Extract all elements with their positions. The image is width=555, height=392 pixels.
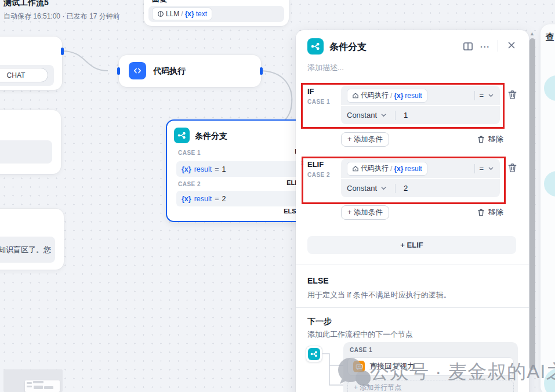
elif-var-prefix: {x} xyxy=(394,165,403,173)
if-condition-row[interactable]: 代码执行 / {x} result = xyxy=(341,86,500,105)
more-options-icon[interactable]: ··· xyxy=(480,42,490,52)
if-condition-group: 代码执行 / {x} result = Constant 1 xyxy=(341,86,500,124)
drag-handle-icon[interactable]: ⠿ xyxy=(300,162,304,165)
llm-var-pill[interactable]: LLM / {x} text xyxy=(152,8,212,20)
snippet-card-body: 知识盲区了。您 xyxy=(0,237,55,263)
reply-node[interactable]: 回复 LLM / {x} text xyxy=(144,0,289,26)
branch-config-panel: 条件分支 ··· 添加描述... IF CASE 1 代码执行 / {x} re… xyxy=(296,30,529,392)
section-divider-2 xyxy=(296,307,529,308)
cond1-name: result xyxy=(194,165,212,173)
if-sep: / xyxy=(390,92,392,100)
branch-icon xyxy=(174,128,190,143)
reply-node-title: 回复 xyxy=(152,0,167,5)
add-condition-button-2[interactable]: + 添加条件 xyxy=(341,205,389,220)
llm-pill-sep: / xyxy=(181,10,183,18)
elif-operator: = xyxy=(479,164,484,173)
side-peek-avatar-3 xyxy=(544,368,555,392)
if-value-input[interactable]: 1 xyxy=(404,111,408,119)
minimap-preview xyxy=(25,380,60,392)
elif-value-type-select[interactable]: Constant xyxy=(347,184,387,193)
llm-pill-field: text xyxy=(196,10,207,18)
description-input[interactable]: 添加描述... xyxy=(307,63,344,73)
left-card-2[interactable] xyxy=(0,110,61,174)
elif-variable-pill[interactable]: 代码执行 / {x} result xyxy=(347,162,427,176)
elif-operator-select[interactable]: = xyxy=(474,164,494,173)
answer-icon xyxy=(353,361,365,372)
chat-node-body: CHAT xyxy=(0,65,54,86)
code-node-output-handle[interactable] xyxy=(260,67,263,75)
add-elif-button[interactable]: + ELIF xyxy=(307,236,516,254)
remove-label-1: 移除 xyxy=(488,134,503,144)
if-value-row[interactable]: Constant 1 xyxy=(341,105,500,124)
left-card-2-body xyxy=(0,140,52,164)
elif-source-node: 代码执行 xyxy=(361,164,389,173)
chevron-down-icon xyxy=(488,165,494,172)
model-icon xyxy=(157,10,164,17)
elif-value-type: Constant xyxy=(347,184,377,193)
scrollbar-up-arrow[interactable]: ▲ xyxy=(529,31,535,37)
else-title: ELSE xyxy=(307,276,329,285)
if-operator-select[interactable]: = xyxy=(474,91,494,100)
branch-cond2[interactable]: {x} result = 2 xyxy=(176,191,304,206)
if-case-label: CASE 1 xyxy=(307,99,330,105)
branch-cond1[interactable]: {x} result = 1 xyxy=(176,161,304,177)
cond1-var: {x} xyxy=(182,165,191,173)
elif-value-row[interactable]: Constant 2 xyxy=(341,178,500,197)
next-step-answer-label: 直接回复视力 xyxy=(369,361,415,372)
autosave-status: 自动保存 16:51:00 · 已发布 17 分钟前 xyxy=(3,12,120,21)
chat-tag-pill[interactable]: CHAT xyxy=(0,68,48,82)
cond2-name: result xyxy=(194,195,212,203)
branch-case1-label: CASE 1 xyxy=(178,150,201,156)
chevron-down-icon xyxy=(380,185,387,191)
panel-title[interactable]: 条件分支 xyxy=(329,41,367,53)
chat-node-output-handle[interactable] xyxy=(61,48,64,55)
next-step-case-group: CASE 1 直接回复视力 + 添加并行节点 xyxy=(343,342,518,392)
elif-case-label: CASE 2 xyxy=(307,172,330,178)
delete-elif-case-icon[interactable] xyxy=(507,162,518,173)
chevron-down-icon xyxy=(380,112,387,118)
elif-condition-group: 代码执行 / {x} result = Constant 2 xyxy=(341,159,500,197)
add-condition-button-1[interactable]: + 添加条件 xyxy=(341,132,389,147)
delete-if-case-icon[interactable] xyxy=(507,89,518,100)
code-node[interactable]: 代码执行 xyxy=(119,55,261,87)
trash-icon xyxy=(477,135,485,144)
code-node-input-handle[interactable] xyxy=(117,67,120,75)
next-step-title: 下一步 xyxy=(307,317,332,327)
edge-chat-to-code xyxy=(62,51,108,71)
branch-node[interactable]: 条件分支 CASE 1 IF {x} result = 1 CASE 2 ELI… xyxy=(166,119,311,222)
if-variable-pill[interactable]: 代码执行 / {x} result xyxy=(347,89,427,103)
remove-case-button-2[interactable]: 移除 xyxy=(477,207,503,217)
if-keyword: IF xyxy=(307,87,314,96)
snippet-card[interactable]: 知识盲区了。您 xyxy=(0,209,64,270)
elif-condition-row[interactable]: 代码执行 / {x} result = xyxy=(341,159,500,178)
reply-node-body: LLM / {x} text xyxy=(148,6,284,22)
workflow-title[interactable]: 测试工作流5 xyxy=(3,0,120,8)
if-value-type-select[interactable]: Constant xyxy=(347,111,387,119)
if-var-prefix: {x} xyxy=(394,92,403,100)
add-parallel-node-button[interactable]: + 添加并行节点 xyxy=(347,380,514,392)
chat-node[interactable]: CHAT xyxy=(0,37,62,90)
split-view-icon[interactable] xyxy=(463,41,473,52)
elif-sep: / xyxy=(390,165,392,173)
branch-case2-label: CASE 2 xyxy=(178,181,201,187)
scrollbar-thumb[interactable] xyxy=(529,38,535,370)
elif-value-input[interactable]: 2 xyxy=(404,184,408,193)
remove-case-button-1[interactable]: 移除 xyxy=(477,134,503,144)
trash-icon xyxy=(477,208,485,217)
workflow-editor: { "app": { "title": "测试工作流5", "autosave"… xyxy=(0,0,555,392)
branch-icon xyxy=(308,348,320,360)
branch-node-title: 条件分支 xyxy=(195,131,227,141)
next-step-answer-node[interactable]: 直接回复视力 xyxy=(347,357,514,376)
close-icon[interactable] xyxy=(506,40,517,50)
env-icon xyxy=(352,92,359,99)
chevron-down-icon xyxy=(488,92,494,99)
next-step-branch-node[interactable] xyxy=(306,346,322,362)
snippet-text: 知识盲区了。您 xyxy=(0,245,51,255)
cond2-op: = xyxy=(215,195,219,203)
if-var-name: result xyxy=(405,92,422,100)
side-peek-panel[interactable]: 查 xyxy=(541,24,555,392)
side-peek-avatar-2 xyxy=(544,171,555,197)
llm-pill-model: LLM xyxy=(166,10,179,18)
else-description: 用于定义当 if 条件不满足时应执行的逻辑。 xyxy=(307,290,451,300)
next-step-description: 添加此工作流程中的下一个节点 xyxy=(307,329,413,340)
